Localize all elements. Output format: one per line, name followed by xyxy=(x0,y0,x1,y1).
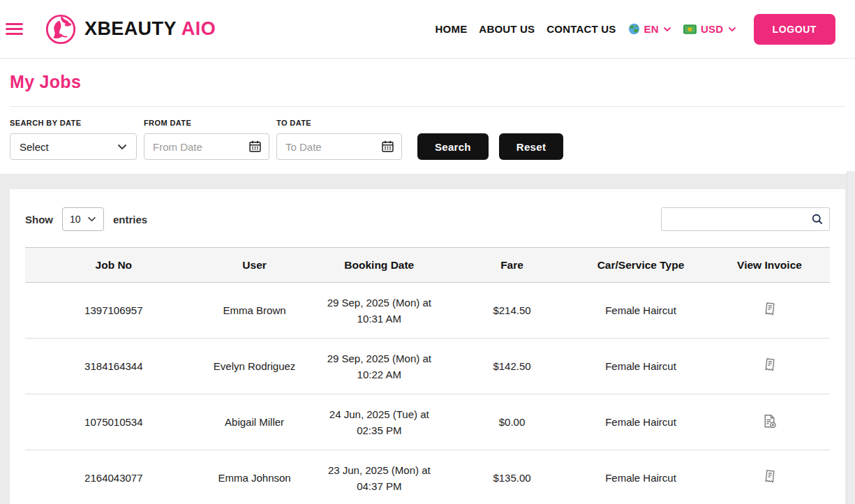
search-by-date-label: SEARCH BY DATE xyxy=(10,119,137,127)
chevron-down-icon xyxy=(117,144,127,150)
scrollbar[interactable] xyxy=(847,171,855,504)
to-date-group: TO DATE xyxy=(276,119,402,160)
table-controls: Show 10 entries xyxy=(25,207,830,231)
column-header-booking-date[interactable]: Booking Date xyxy=(307,248,452,283)
view-invoice-cell xyxy=(709,450,830,504)
reset-button[interactable]: Reset xyxy=(499,133,563,160)
booking-date-cell: 23 Jun, 2025 (Mon) at 04:37 PM xyxy=(307,450,452,504)
currency-label: USD xyxy=(701,23,724,35)
booking-date-cell: 29 Sep, 2025 (Mon) at 10:31 AM xyxy=(307,283,452,339)
entries-select[interactable]: 10 xyxy=(62,207,104,231)
view-invoice-cell xyxy=(709,339,830,394)
table-search-input[interactable] xyxy=(661,207,830,231)
chevron-down-icon xyxy=(87,216,96,222)
receipt-icon[interactable] xyxy=(761,301,778,318)
brand-name: XBEAUTYAIO xyxy=(84,18,216,40)
fare-cell: $214.50 xyxy=(452,283,572,339)
calendar-icon[interactable] xyxy=(248,139,262,154)
hamburger-icon xyxy=(6,23,23,25)
search-by-date-group: SEARCH BY DATE Select xyxy=(10,119,137,160)
page-title: My Jobs xyxy=(10,59,845,92)
user-cell: Emma Brown xyxy=(202,283,307,339)
to-date-label: TO DATE xyxy=(276,119,402,127)
column-header-user[interactable]: User xyxy=(202,248,307,283)
language-selector[interactable]: EN xyxy=(628,23,671,35)
title-divider xyxy=(10,106,845,107)
from-date-label: FROM DATE xyxy=(144,119,269,127)
user-cell: Evelyn Rodriguez xyxy=(202,339,307,394)
jobs-table-card: Show 10 entries Job No xyxy=(10,189,845,504)
job-no-cell: 2164043077 xyxy=(25,450,202,504)
column-header-fare[interactable]: Fare xyxy=(452,248,572,283)
job-no-cell: 1397106957 xyxy=(25,283,202,339)
hamburger-menu-button[interactable] xyxy=(6,23,23,35)
fare-cell: $135.00 xyxy=(452,450,572,504)
table-row: 3184164344 Evelyn Rodriguez 29 Sep, 2025… xyxy=(25,339,830,394)
filters-section: My Jobs SEARCH BY DATE Select FROM DATE xyxy=(0,59,855,174)
receipt-icon[interactable] xyxy=(761,357,778,373)
brand-logo[interactable]: XBEAUTYAIO xyxy=(45,13,216,45)
nav-link-home[interactable]: HOME xyxy=(436,23,468,35)
show-label: Show xyxy=(25,214,53,225)
fare-cell: $0.00 xyxy=(452,394,572,450)
entries-label: entries xyxy=(113,214,147,225)
nav-link-about-us[interactable]: ABOUT US xyxy=(479,23,535,35)
chevron-down-icon xyxy=(663,27,671,32)
chevron-down-icon xyxy=(728,27,736,32)
search-by-date-select[interactable]: Select xyxy=(10,133,137,160)
logo-icon xyxy=(45,13,77,45)
table-row: 2164043077 Emma Johnson 23 Jun, 2025 (Mo… xyxy=(25,450,830,504)
main-nav: HOME ABOUT US CONTACT US EN xyxy=(436,14,835,45)
search-by-date-value: Select xyxy=(20,141,49,153)
column-header-job-no[interactable]: Job No xyxy=(25,248,202,283)
fare-cell: $142.50 xyxy=(452,339,572,394)
language-label: EN xyxy=(644,23,659,35)
jobs-table: Job No User Booking Date Fare Car/Servic… xyxy=(25,247,830,504)
filter-row: SEARCH BY DATE Select FROM DATE xyxy=(10,119,845,160)
table-search xyxy=(661,207,830,231)
job-no-cell: 1075010534 xyxy=(25,394,202,450)
table-row: 1397106957 Emma Brown 29 Sep, 2025 (Mon)… xyxy=(25,283,830,339)
service-type-cell: Female Haircut xyxy=(572,283,709,339)
currency-selector[interactable]: USD xyxy=(683,23,736,35)
view-invoice-cell xyxy=(709,283,830,339)
entries-select-value: 10 xyxy=(70,214,81,225)
from-date-group: FROM DATE xyxy=(144,119,269,160)
search-icon xyxy=(810,212,824,226)
table-header-row: Job No User Booking Date Fare Car/Servic… xyxy=(25,248,830,283)
receipt-icon[interactable] xyxy=(761,468,778,485)
job-no-cell: 3184164344 xyxy=(25,339,202,394)
user-cell: Emma Johnson xyxy=(202,450,307,504)
column-header-service-type[interactable]: Car/Service Type xyxy=(572,248,709,283)
search-button[interactable]: Search xyxy=(417,133,489,160)
logout-button[interactable]: LOGOUT xyxy=(754,14,835,45)
user-cell: Abigail Miller xyxy=(202,394,307,450)
entries-control: Show 10 entries xyxy=(25,207,147,231)
booking-date-cell: 29 Sep, 2025 (Mon) at 10:22 AM xyxy=(307,339,452,394)
service-type-cell: Female Haircut xyxy=(572,339,709,394)
service-type-cell: Female Haircut xyxy=(572,450,709,504)
invoice-unavailable-icon[interactable] xyxy=(761,413,778,430)
table-row: 1075010534 Abigail Miller 24 Jun, 2025 (… xyxy=(25,394,830,450)
column-header-view-invoice[interactable]: View Invoice xyxy=(709,248,830,283)
top-header: XBEAUTYAIO HOME ABOUT US CONTACT US EN xyxy=(0,0,855,59)
view-invoice-cell xyxy=(709,394,830,450)
service-type-cell: Female Haircut xyxy=(572,394,709,450)
nav-link-contact-us[interactable]: CONTACT US xyxy=(547,23,616,35)
booking-date-cell: 24 Jun, 2025 (Tue) at 02:35 PM xyxy=(307,394,452,450)
calendar-icon[interactable] xyxy=(380,139,395,154)
money-icon xyxy=(683,24,697,34)
globe-icon xyxy=(628,23,640,35)
